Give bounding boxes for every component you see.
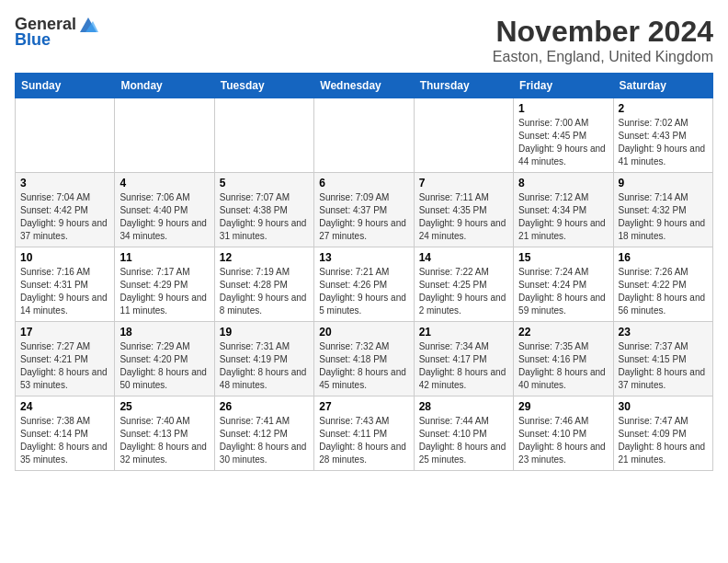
day-number: 17: [20, 326, 109, 339]
day-cell: 5Sunrise: 7:07 AM Sunset: 4:38 PM Daylig…: [214, 173, 313, 247]
day-cell: [115, 98, 214, 173]
header-day-wednesday: Wednesday: [314, 74, 414, 98]
day-cell: 15Sunrise: 7:24 AM Sunset: 4:24 PM Dayli…: [514, 247, 613, 322]
day-number: 26: [220, 400, 309, 413]
header-day-thursday: Thursday: [414, 74, 513, 98]
day-number: 7: [419, 177, 508, 190]
day-info: Sunrise: 7:31 AM Sunset: 4:19 PM Dayligh…: [220, 340, 309, 392]
day-number: 22: [518, 326, 608, 339]
header-day-friday: Friday: [514, 74, 613, 98]
day-info: Sunrise: 7:38 AM Sunset: 4:14 PM Dayligh…: [20, 415, 109, 466]
header-day-monday: Monday: [115, 74, 214, 98]
day-cell: 19Sunrise: 7:31 AM Sunset: 4:19 PM Dayli…: [214, 322, 313, 396]
header-area: General Blue November 2024 Easton, Engla…: [15, 15, 713, 65]
day-info: Sunrise: 7:00 AM Sunset: 4:45 PM Dayligh…: [518, 117, 608, 168]
day-info: Sunrise: 7:40 AM Sunset: 4:13 PM Dayligh…: [119, 415, 209, 466]
day-info: Sunrise: 7:26 AM Sunset: 4:22 PM Dayligh…: [619, 266, 708, 317]
day-number: 18: [119, 326, 209, 339]
day-cell: 8Sunrise: 7:12 AM Sunset: 4:34 PM Daylig…: [514, 173, 613, 247]
day-cell: 6Sunrise: 7:09 AM Sunset: 4:37 PM Daylig…: [314, 173, 414, 247]
week-row-3: 10Sunrise: 7:16 AM Sunset: 4:31 PM Dayli…: [16, 247, 713, 322]
day-cell: 1Sunrise: 7:00 AM Sunset: 4:45 PM Daylig…: [514, 98, 613, 173]
day-number: 9: [619, 177, 708, 190]
day-cell: 23Sunrise: 7:37 AM Sunset: 4:15 PM Dayli…: [613, 322, 712, 396]
day-cell: 25Sunrise: 7:40 AM Sunset: 4:13 PM Dayli…: [115, 396, 214, 471]
day-number: 5: [220, 177, 309, 190]
day-number: 10: [20, 251, 109, 264]
day-info: Sunrise: 7:32 AM Sunset: 4:18 PM Dayligh…: [319, 340, 408, 392]
day-cell: [16, 98, 115, 173]
header-day-saturday: Saturday: [613, 74, 712, 98]
week-row-1: 1Sunrise: 7:00 AM Sunset: 4:45 PM Daylig…: [16, 98, 713, 173]
day-number: 3: [20, 177, 109, 190]
day-number: 29: [518, 400, 608, 413]
day-info: Sunrise: 7:17 AM Sunset: 4:29 PM Dayligh…: [119, 266, 209, 317]
logo-blue: Blue: [15, 30, 51, 50]
day-number: 21: [419, 326, 508, 339]
day-cell: 4Sunrise: 7:06 AM Sunset: 4:40 PM Daylig…: [115, 173, 214, 247]
day-number: 25: [119, 400, 209, 413]
day-cell: 12Sunrise: 7:19 AM Sunset: 4:28 PM Dayli…: [214, 247, 313, 322]
day-cell: 24Sunrise: 7:38 AM Sunset: 4:14 PM Dayli…: [16, 396, 115, 471]
day-cell: 21Sunrise: 7:34 AM Sunset: 4:17 PM Dayli…: [414, 322, 513, 396]
day-cell: 3Sunrise: 7:04 AM Sunset: 4:42 PM Daylig…: [16, 173, 115, 247]
day-cell: 28Sunrise: 7:44 AM Sunset: 4:10 PM Dayli…: [414, 396, 513, 471]
day-number: 2: [619, 102, 708, 115]
day-info: Sunrise: 7:12 AM Sunset: 4:34 PM Dayligh…: [518, 191, 608, 243]
day-info: Sunrise: 7:11 AM Sunset: 4:35 PM Dayligh…: [419, 191, 508, 243]
day-info: Sunrise: 7:09 AM Sunset: 4:37 PM Dayligh…: [319, 191, 408, 243]
day-info: Sunrise: 7:04 AM Sunset: 4:42 PM Dayligh…: [20, 191, 109, 243]
day-number: 24: [20, 400, 109, 413]
day-info: Sunrise: 7:46 AM Sunset: 4:10 PM Dayligh…: [518, 415, 608, 466]
day-cell: 9Sunrise: 7:14 AM Sunset: 4:32 PM Daylig…: [613, 173, 712, 247]
day-number: 27: [319, 400, 408, 413]
title-area: November 2024 Easton, England, United Ki…: [493, 15, 713, 65]
week-row-5: 24Sunrise: 7:38 AM Sunset: 4:14 PM Dayli…: [16, 396, 713, 471]
day-info: Sunrise: 7:44 AM Sunset: 4:10 PM Dayligh…: [419, 415, 508, 466]
day-info: Sunrise: 7:22 AM Sunset: 4:25 PM Dayligh…: [419, 266, 508, 317]
day-info: Sunrise: 7:16 AM Sunset: 4:31 PM Dayligh…: [20, 266, 109, 317]
day-cell: [214, 98, 313, 173]
day-cell: 17Sunrise: 7:27 AM Sunset: 4:21 PM Dayli…: [16, 322, 115, 396]
month-title: November 2024: [493, 15, 713, 49]
day-number: 28: [419, 400, 508, 413]
day-cell: 7Sunrise: 7:11 AM Sunset: 4:35 PM Daylig…: [414, 173, 513, 247]
day-cell: 22Sunrise: 7:35 AM Sunset: 4:16 PM Dayli…: [514, 322, 613, 396]
day-cell: 27Sunrise: 7:43 AM Sunset: 4:11 PM Dayli…: [314, 396, 414, 471]
logo-icon: [78, 16, 98, 34]
day-info: Sunrise: 7:47 AM Sunset: 4:09 PM Dayligh…: [619, 415, 708, 466]
day-cell: 29Sunrise: 7:46 AM Sunset: 4:10 PM Dayli…: [514, 396, 613, 471]
day-cell: 16Sunrise: 7:26 AM Sunset: 4:22 PM Dayli…: [613, 247, 712, 322]
day-info: Sunrise: 7:29 AM Sunset: 4:20 PM Dayligh…: [119, 340, 209, 392]
day-info: Sunrise: 7:19 AM Sunset: 4:28 PM Dayligh…: [220, 266, 309, 317]
day-number: 20: [319, 326, 408, 339]
day-info: Sunrise: 7:24 AM Sunset: 4:24 PM Dayligh…: [518, 266, 608, 317]
week-row-2: 3Sunrise: 7:04 AM Sunset: 4:42 PM Daylig…: [16, 173, 713, 247]
location-title: Easton, England, United Kingdom: [493, 49, 713, 65]
header-row: SundayMondayTuesdayWednesdayThursdayFrid…: [16, 74, 713, 98]
week-row-4: 17Sunrise: 7:27 AM Sunset: 4:21 PM Dayli…: [16, 322, 713, 396]
day-info: Sunrise: 7:14 AM Sunset: 4:32 PM Dayligh…: [619, 191, 708, 243]
day-cell: 18Sunrise: 7:29 AM Sunset: 4:20 PM Dayli…: [115, 322, 214, 396]
day-number: 14: [419, 251, 508, 264]
day-number: 13: [319, 251, 408, 264]
header-day-sunday: Sunday: [16, 74, 115, 98]
day-number: 4: [119, 177, 209, 190]
day-info: Sunrise: 7:02 AM Sunset: 4:43 PM Dayligh…: [619, 117, 708, 168]
day-info: Sunrise: 7:34 AM Sunset: 4:17 PM Dayligh…: [419, 340, 508, 392]
day-cell: [414, 98, 513, 173]
day-info: Sunrise: 7:43 AM Sunset: 4:11 PM Dayligh…: [319, 415, 408, 466]
header-day-tuesday: Tuesday: [214, 74, 313, 98]
day-cell: 11Sunrise: 7:17 AM Sunset: 4:29 PM Dayli…: [115, 247, 214, 322]
day-info: Sunrise: 7:21 AM Sunset: 4:26 PM Dayligh…: [319, 266, 408, 317]
day-number: 15: [518, 251, 608, 264]
day-info: Sunrise: 7:35 AM Sunset: 4:16 PM Dayligh…: [518, 340, 608, 392]
day-number: 6: [319, 177, 408, 190]
day-cell: 14Sunrise: 7:22 AM Sunset: 4:25 PM Dayli…: [414, 247, 513, 322]
day-number: 19: [220, 326, 309, 339]
day-number: 8: [518, 177, 608, 190]
day-cell: 26Sunrise: 7:41 AM Sunset: 4:12 PM Dayli…: [214, 396, 313, 471]
day-info: Sunrise: 7:27 AM Sunset: 4:21 PM Dayligh…: [20, 340, 109, 392]
day-info: Sunrise: 7:41 AM Sunset: 4:12 PM Dayligh…: [220, 415, 309, 466]
day-number: 16: [619, 251, 708, 264]
